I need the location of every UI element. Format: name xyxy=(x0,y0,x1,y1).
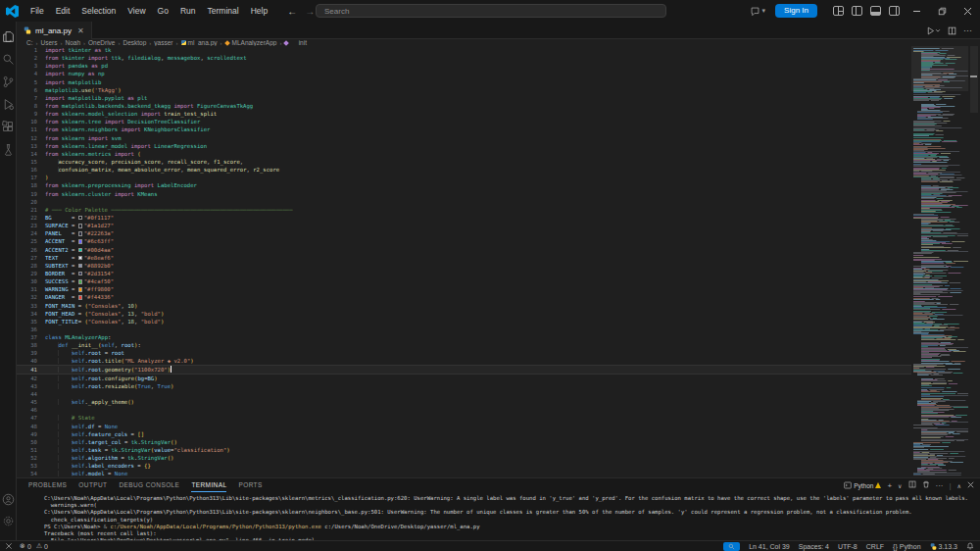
breadcrumb-item-users[interactable]: Users xyxy=(41,39,58,46)
menu-edit[interactable]: Edit xyxy=(50,0,76,22)
code-line[interactable]: 48 self.df = None xyxy=(17,423,911,430)
code-line[interactable]: 39 self.root = root xyxy=(17,349,911,357)
testing-icon[interactable] xyxy=(2,142,15,155)
copilot-dropdown-icon[interactable]: ▾ xyxy=(762,7,766,15)
split-editor-icon[interactable] xyxy=(948,26,956,35)
code-line[interactable]: 32DANGER = "#f44336" xyxy=(17,293,911,301)
search-icon[interactable] xyxy=(2,52,15,65)
remote-indicator-icon[interactable] xyxy=(5,542,13,550)
code-line[interactable]: 47 # State xyxy=(17,414,911,422)
code-line[interactable]: 18from sklearn.preprocessing import Labe… xyxy=(17,181,911,189)
code-line[interactable]: 21# ─── Color Palette ──────────────────… xyxy=(17,206,911,214)
language-mode[interactable]: {} Python xyxy=(893,543,920,550)
status-highlight-badge[interactable] xyxy=(723,542,740,551)
code-line[interactable]: 41 self.root.geometry("1100x720") xyxy=(17,365,911,375)
terminal-output[interactable]: C:\Users\Noah\AppData\Local\Programs\Pyt… xyxy=(44,495,976,544)
close-panel-icon[interactable] xyxy=(967,481,974,490)
breadcrumb-item-noah[interactable]: Noah xyxy=(65,39,80,46)
code-editor[interactable]: 1import tkinter as tk2from tkinter impor… xyxy=(17,46,911,477)
eol-sequence[interactable]: CRLF xyxy=(866,543,884,550)
panel-tab-problems[interactable]: PROBLEMS xyxy=(28,478,67,491)
minimap[interactable] xyxy=(911,46,968,477)
code-line[interactable]: 15 accuracy_score, precision_score, reca… xyxy=(17,158,911,166)
code-line[interactable]: 31WARNING = "#ff9800" xyxy=(17,285,911,293)
panel-tab-debug-console[interactable]: DEBUG CONSOLE xyxy=(119,478,179,491)
explorer-icon[interactable] xyxy=(2,29,15,42)
breadcrumb-item-c[interactable]: C: xyxy=(26,39,33,46)
menu-view[interactable]: View xyxy=(122,0,151,22)
code-line[interactable]: 37class MLAnalyzerApp: xyxy=(17,333,911,341)
terminal-profile[interactable]: Python xyxy=(844,481,881,489)
code-line[interactable]: 52 self.algorithm = tk.StringVar() xyxy=(17,454,911,462)
kill-terminal-icon[interactable] xyxy=(922,480,930,490)
breadcrumb-item-yasser[interactable]: yasser xyxy=(154,39,172,46)
menu-selection[interactable]: Selection xyxy=(75,0,122,22)
toggle-panel-icon[interactable] xyxy=(870,6,881,16)
code-line[interactable]: 43 self.root.resizable(True, True) xyxy=(17,382,911,390)
panel-tab-output[interactable]: OUTPUT xyxy=(78,478,107,491)
python-interpreter[interactable]: 3.13.3 xyxy=(930,543,957,550)
new-terminal-icon[interactable]: + xyxy=(887,481,892,490)
source-control-icon[interactable] xyxy=(2,75,15,87)
forward-icon[interactable]: → xyxy=(305,6,315,17)
code-line[interactable]: 12from sklearn import svm xyxy=(17,134,911,142)
more-actions-icon[interactable]: ··· xyxy=(963,25,972,35)
code-line[interactable]: 23SURFACE = "#1a1d27" xyxy=(17,222,911,229)
code-line[interactable]: 7import matplotlib.pyplot as plt xyxy=(17,94,911,102)
code-line[interactable]: 34FONT_HEAD = ("Consolas", 13, "bold") xyxy=(17,310,911,318)
back-icon[interactable]: ← xyxy=(287,6,297,17)
minimap-slider[interactable] xyxy=(911,46,968,91)
panel-tab-terminal[interactable]: TERMINAL xyxy=(191,478,226,492)
code-line[interactable]: 24PANEL = "#22263a" xyxy=(17,229,911,237)
restore-icon[interactable] xyxy=(929,0,955,22)
code-line[interactable]: 20 xyxy=(17,198,911,206)
code-line[interactable]: 16 confusion_matrix, mean_absolute_error… xyxy=(17,166,911,174)
run-python-file-icon[interactable] xyxy=(926,26,941,35)
code-line[interactable]: 14from sklearn.metrics import ( xyxy=(17,150,911,158)
panel-tab-ports[interactable]: PORTS xyxy=(238,478,262,491)
code-line[interactable]: 13from sklearn.linear_model import Linea… xyxy=(17,142,911,150)
run-debug-icon[interactable] xyxy=(2,97,15,110)
code-line[interactable]: 1import tkinter as tk xyxy=(17,46,911,54)
menu-terminal[interactable]: Terminal xyxy=(202,0,245,22)
code-line[interactable]: 28SUBTEXT = "#8892b0" xyxy=(17,262,911,270)
maximize-panel-icon[interactable]: ∧ xyxy=(957,482,961,489)
terminal-dropdown-icon[interactable]: ∨ xyxy=(898,482,902,489)
code-line[interactable]: 35FONT_TITLE= ("Consolas", 18, "bold") xyxy=(17,318,911,326)
code-line[interactable]: 29BORDER = "#2d3154" xyxy=(17,270,911,277)
problems-indicator[interactable]: ⊗0 ⚠0 xyxy=(20,542,48,550)
code-line[interactable]: 22BG = "#0f1117" xyxy=(17,214,911,222)
toggle-primary-sidebar-icon[interactable] xyxy=(852,6,862,16)
code-line[interactable]: 46 xyxy=(17,406,911,414)
code-line[interactable]: 54 self.model = None xyxy=(17,470,911,477)
code-line[interactable]: 6matplotlib.use('TkAgg') xyxy=(17,86,911,94)
breadcrumb-item-desktop[interactable]: Desktop xyxy=(123,39,147,46)
code-line[interactable]: 33FONT_MAIN = ("Consolas", 10) xyxy=(17,302,911,310)
breadcrumb-item-mlanalyzerapp[interactable]: MLAnalyzerApp xyxy=(225,39,277,46)
menu-help[interactable]: Help xyxy=(245,0,273,22)
account-icon[interactable] xyxy=(2,492,15,505)
customize-layout-icon[interactable] xyxy=(833,6,844,16)
code-line[interactable]: 42 self.root.configure(bg=BG) xyxy=(17,375,911,382)
code-line[interactable]: 26ACCENT2 = "#00d4aa" xyxy=(17,246,911,254)
editor-scrollbar-slider[interactable] xyxy=(970,46,978,113)
panel-more-icon[interactable]: ··· xyxy=(936,481,944,490)
command-center-search[interactable]: Search xyxy=(316,4,666,18)
menu-run[interactable]: Run xyxy=(174,0,202,22)
code-line[interactable]: 2from tkinter import ttk, filedialog, me… xyxy=(17,54,911,62)
code-line[interactable]: 27TEXT = "#e8eaf6" xyxy=(17,254,911,262)
code-line[interactable]: 5import matplotlib xyxy=(17,78,911,86)
code-line[interactable]: 4import numpy as np xyxy=(17,70,911,77)
code-line[interactable]: 44 xyxy=(17,390,911,398)
cursor-position[interactable]: Ln 41, Col 39 xyxy=(749,543,790,550)
code-line[interactable]: 11from sklearn.neighbors import KNeighbo… xyxy=(17,125,911,133)
encoding[interactable]: UTF-8 xyxy=(838,543,858,550)
breadcrumb-item-onedrive[interactable]: OneDrive xyxy=(88,39,115,46)
code-line[interactable]: 51 self.task = tk.StringVar(value="class… xyxy=(17,446,911,454)
code-line[interactable]: 36 xyxy=(17,326,911,333)
menu-go[interactable]: Go xyxy=(152,0,174,22)
code-line[interactable]: 30SUCCESS = "#4caf50" xyxy=(17,277,911,285)
code-line[interactable]: 45 self._apply_theme() xyxy=(17,398,911,406)
tab-close-icon[interactable]: ✕ xyxy=(77,26,84,35)
code-line[interactable]: 38 def __init__(self, root): xyxy=(17,341,911,349)
